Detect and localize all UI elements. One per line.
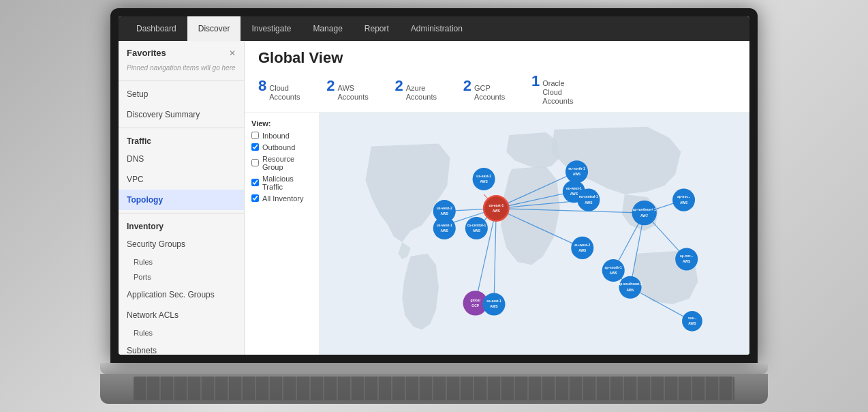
node-eu-west-2[interactable]: eu-west-2 AWS — [571, 236, 593, 259]
checkbox-inbound[interactable] — [251, 132, 259, 139]
node-eu-central-1[interactable]: eu-central-1 AWS — [577, 188, 600, 211]
favorites-icon[interactable]: ✕ — [229, 48, 236, 58]
keyboard-keys — [134, 377, 734, 400]
svg-text:eu-west-1: eu-west-1 — [566, 186, 582, 190]
svg-text:AWS: AWS — [688, 322, 696, 325]
node-ap-south-1[interactable]: ap-south-1 AWS — [602, 259, 625, 281]
svg-text:us-east-1: us-east-1 — [489, 203, 503, 207]
option-malicious-traffic[interactable]: Malicious Traffic — [251, 175, 312, 191]
svg-point-24 — [571, 236, 593, 259]
svg-text:us-west-1: us-west-1 — [437, 223, 452, 226]
tab-manage[interactable]: Manage — [302, 16, 353, 41]
node-us-west-1[interactable]: us-west-1 AWS — [433, 216, 456, 239]
svg-text:eu-west-2: eu-west-2 — [574, 243, 590, 246]
section-traffic: Traffic — [119, 131, 244, 149]
svg-text:ap-nor...: ap-nor... — [677, 195, 691, 198]
world-map-svg: us-east-2 AWS us-west-2 AWS — [320, 113, 749, 355]
svg-text:ap-southeast-1: ap-southeast-1 — [618, 282, 642, 286]
laptop-keyboard — [100, 374, 768, 404]
laptop-screen-bezel: Dashboard Discover Investigate Manage Re… — [110, 8, 758, 363]
svg-text:eu-central-1: eu-central-1 — [579, 195, 598, 198]
tab-investigate[interactable]: Investigate — [241, 16, 302, 41]
page-title: Global View — [258, 49, 736, 67]
map-area: us-east-2 AWS us-west-2 AWS — [320, 113, 749, 355]
node-eu-north-1[interactable]: eu-north-1 AWS — [565, 160, 588, 183]
sidebar-item-vpc[interactable]: VPC — [119, 169, 244, 190]
stat-aws-number: 2 — [326, 77, 335, 95]
sidebar-item-network-acls[interactable]: Network ACLs — [119, 305, 244, 325]
node-us-east-2[interactable]: us-east-2 AWS — [473, 168, 495, 190]
sidebar-item-ports[interactable]: Ports — [119, 269, 244, 284]
stat-gcp-accounts: 2 GCP Accounts — [463, 77, 515, 102]
view-controls: View: Inbound Outbound Res — [245, 113, 320, 355]
svg-point-0 — [473, 168, 495, 190]
stat-oracle-number: 1 — [531, 72, 540, 90]
label-inbound: Inbound — [262, 132, 290, 140]
sidebar-item-rules-acl[interactable]: Rules — [119, 325, 244, 340]
svg-point-6 — [433, 216, 456, 239]
svg-text:AWS: AWS — [610, 271, 618, 274]
checkbox-outbound[interactable] — [251, 143, 259, 151]
svg-point-42 — [672, 188, 695, 211]
option-all-inventory[interactable]: All Inventory — [251, 194, 312, 203]
svg-point-9 — [465, 216, 488, 239]
option-outbound[interactable]: Outbound — [251, 143, 312, 151]
svg-text:ap-nor...: ap-nor... — [680, 254, 694, 258]
sidebar-item-discovery-summary[interactable]: Discovery Summary — [119, 104, 244, 125]
section-inventory: Inventory — [119, 216, 244, 234]
svg-text:AWS: AWS — [473, 229, 481, 232]
tab-report[interactable]: Report — [354, 16, 400, 41]
svg-text:AWS: AWS — [680, 201, 688, 204]
sidebar-item-security-groups[interactable]: Security Groups — [119, 234, 244, 254]
sidebar-item-rules-sg[interactable]: Rules — [119, 254, 244, 269]
tab-administration[interactable]: Administration — [400, 16, 474, 41]
laptop-screen: Dashboard Discover Investigate Manage Re… — [119, 16, 749, 355]
stat-aws-accounts: 2 AWS Accounts — [326, 77, 378, 102]
svg-point-39 — [482, 293, 505, 315]
svg-text:sa-east-1: sa-east-1 — [486, 299, 501, 303]
sidebar-item-setup[interactable]: Setup — [119, 84, 244, 104]
divider-2 — [119, 128, 244, 128]
option-inbound[interactable]: Inbound — [251, 132, 312, 140]
svg-text:global: global — [470, 298, 480, 301]
laptop-wrapper: Dashboard Discover Investigate Manage Re… — [59, 8, 809, 404]
favorites-section: Favorites ✕ — [119, 41, 244, 62]
svg-text:AWS: AWS — [480, 180, 488, 183]
tab-dashboard[interactable]: Dashboard — [125, 16, 187, 41]
checkbox-malicious-traffic[interactable] — [251, 179, 259, 186]
stat-azure-number: 2 — [395, 77, 403, 95]
stat-cloud-accounts: 8 Cloud Accounts — [258, 77, 310, 102]
sidebar-item-dns[interactable]: DNS — [119, 149, 244, 169]
stat-aws-label: AWS Accounts — [338, 84, 379, 102]
content-header: Global View 8 Cloud Accounts 2 AWS Accou… — [245, 41, 749, 113]
node-sa-east-1[interactable]: sa-east-1 AWS — [482, 293, 505, 315]
label-all-inventory: All Inventory — [262, 194, 304, 203]
svg-text:AWS: AWS — [490, 305, 498, 308]
node-ap-northeast-partial[interactable]: ap-nor... AWS — [672, 188, 695, 211]
node-us-east-1[interactable]: us-east-1 AWS — [484, 196, 508, 220]
checkbox-all-inventory[interactable] — [251, 194, 259, 202]
svg-text:AWS: AWS — [441, 212, 449, 216]
label-resource-group: Resource Group — [262, 155, 312, 171]
main-content: Global View 8 Cloud Accounts 2 AWS Accou… — [245, 41, 749, 355]
sidebar-item-app-sec-groups[interactable]: Application Sec. Groups — [119, 284, 244, 305]
sidebar: Favorites ✕ Pinned navigation items will… — [119, 41, 245, 355]
view-label: View: — [251, 119, 312, 128]
checkbox-resource-group[interactable] — [251, 159, 259, 166]
svg-point-21 — [577, 188, 600, 211]
stat-cloud-label: Cloud Accounts — [269, 84, 310, 102]
stat-oracle-accounts: 1 Oracle Cloud Accounts — [531, 72, 583, 106]
node-ca-central-1[interactable]: ca-central-1 AWS — [465, 216, 488, 239]
svg-text:us-east-2: us-east-2 — [476, 174, 491, 177]
sidebar-item-topology[interactable]: Topology — [119, 190, 244, 210]
sidebar-item-subnets[interactable]: Subnets — [119, 340, 244, 355]
svg-text:AWS: AWS — [578, 248, 587, 252]
label-outbound: Outbound — [262, 143, 295, 151]
option-resource-group[interactable]: Resource Group — [251, 155, 312, 171]
pinned-note: Pinned navigation items will go here — [119, 62, 244, 78]
stat-gcp-number: 2 — [463, 77, 471, 95]
svg-text:GCP: GCP — [471, 304, 479, 307]
line-east1-sa — [494, 208, 496, 304]
svg-text:AWS: AWS — [493, 209, 501, 213]
tab-discover[interactable]: Discover — [187, 16, 241, 41]
